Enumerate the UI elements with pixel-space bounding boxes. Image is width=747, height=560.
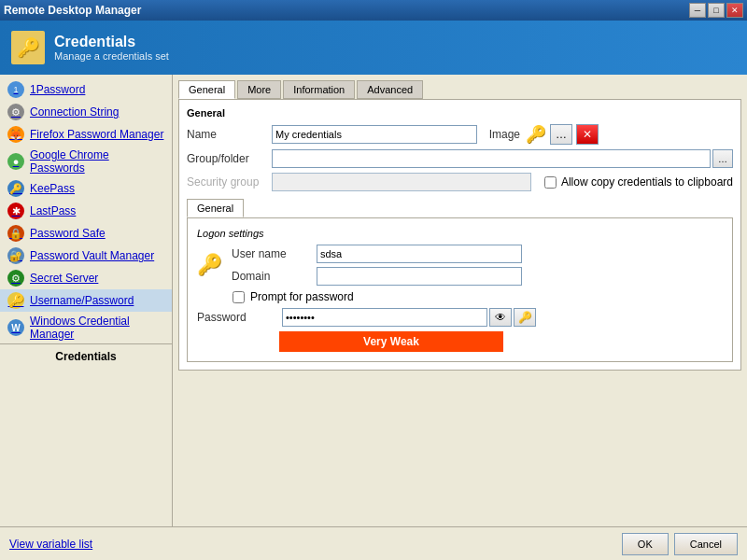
wincred-icon: W xyxy=(7,319,24,336)
header-subtitle: Manage a credentials set xyxy=(54,50,169,62)
password-input[interactable] xyxy=(282,308,487,327)
sidebar: 1 1Password ⚙ Connection String 🦊 Firefo… xyxy=(0,75,173,526)
bottom-bar: View variable list OK Cancel xyxy=(0,526,747,560)
pwdsafe-icon: 🔒 xyxy=(7,225,24,242)
sidebar-item-vaultmgr[interactable]: 🔐 Password Vault Manager xyxy=(0,245,172,267)
title-bar: Remote Desktop Manager ─ □ ✕ xyxy=(0,0,747,21)
connection-icon: ⚙ xyxy=(7,104,24,120)
header-text: Credentials Manage a credentials set xyxy=(54,34,169,62)
strength-label: Very Weak xyxy=(363,335,419,348)
content-area: General More Information Advanced Genera… xyxy=(173,75,747,526)
sidebar-item-wincred[interactable]: W Windows Credential Manager xyxy=(0,312,172,343)
name-label: Name xyxy=(187,128,266,141)
sidebar-item-label: Connection String xyxy=(30,105,119,119)
image-clear-button[interactable]: ✕ xyxy=(576,124,599,145)
vaultmgr-icon: 🔐 xyxy=(7,247,24,264)
title-bar-controls: ─ □ ✕ xyxy=(689,3,743,18)
header: 🔑 Credentials Manage a credentials set xyxy=(0,21,747,75)
username-row: 🔑 User name Domain xyxy=(197,245,723,286)
generate-password-button[interactable]: 🔑 xyxy=(514,308,536,327)
sidebar-item-1password[interactable]: 1 1Password xyxy=(0,78,172,101)
keepass-icon: 🔑 xyxy=(7,180,24,197)
header-title: Credentials xyxy=(54,34,169,50)
sidebar-item-label: Windows Credential Manager xyxy=(30,315,164,341)
sidebar-item-userpwd[interactable]: 🔑 Username/Password xyxy=(0,289,172,312)
allow-copy-row: Allow copy credentials to clipboard xyxy=(544,175,733,189)
key-image-icon: 🔑 xyxy=(526,124,546,145)
general-label: General xyxy=(187,107,733,119)
tab-information[interactable]: Information xyxy=(283,80,355,99)
sidebar-item-keepass[interactable]: 🔑 KeePass xyxy=(0,177,172,200)
tab-advanced[interactable]: Advanced xyxy=(357,80,423,99)
sidebar-item-label: Username/Password xyxy=(30,294,134,307)
logon-key-icon: 🔑 xyxy=(197,253,222,277)
username-input[interactable] xyxy=(317,245,522,263)
sidebar-item-label: KeePass xyxy=(30,182,75,195)
group-folder-browse-button[interactable]: … xyxy=(712,149,733,168)
image-section: 🔑 … ✕ xyxy=(526,124,599,145)
domain-label: Domain xyxy=(232,270,311,283)
sidebar-item-label: 1Password xyxy=(30,83,85,96)
username-field-row: User name xyxy=(232,245,723,263)
maximize-button[interactable]: □ xyxy=(708,3,725,18)
sidebar-footer: Credentials xyxy=(0,343,172,369)
prompt-password-label: Prompt for password xyxy=(250,290,354,303)
lastpass-icon: ✱ xyxy=(7,203,24,219)
sidebar-item-label: Password Vault Manager xyxy=(30,249,154,262)
sidebar-item-firefox[interactable]: 🦊 Firefox Password Manager xyxy=(0,123,172,146)
sidebar-item-connection-string[interactable]: ⚙ Connection String xyxy=(0,101,172,123)
inner-tab-bar: General xyxy=(187,199,733,217)
sidebar-item-label: Google Chrome Passwords xyxy=(30,148,164,175)
group-folder-row: Group/folder … xyxy=(187,149,733,168)
top-tab-bar: General More Information Advanced xyxy=(178,80,741,99)
security-group-label: Security group xyxy=(187,175,266,189)
sidebar-item-secret[interactable]: ⚙ Secret Server xyxy=(0,267,172,289)
domain-input[interactable] xyxy=(317,267,522,286)
ok-button[interactable]: OK xyxy=(622,533,669,555)
password-row: Password 👁 🔑 xyxy=(197,308,723,327)
security-group-dropdown[interactable] xyxy=(272,173,531,191)
image-browse-button[interactable]: … xyxy=(550,124,572,145)
prompt-password-checkbox[interactable] xyxy=(233,291,245,303)
tab-general[interactable]: General xyxy=(178,80,235,99)
secret-icon: ⚙ xyxy=(7,270,24,287)
sidebar-item-label: Firefox Password Manager xyxy=(30,128,163,141)
allow-copy-checkbox[interactable] xyxy=(544,176,557,189)
sidebar-item-label: LastPass xyxy=(30,204,76,217)
password-input-wrap: 👁 🔑 xyxy=(282,308,536,327)
1password-icon: 1 xyxy=(7,81,24,98)
view-variable-list-link[interactable]: View variable list xyxy=(9,538,92,551)
password-strength-bar: Very Weak xyxy=(279,331,503,352)
name-input[interactable] xyxy=(272,125,477,144)
show-password-button[interactable]: 👁 xyxy=(489,308,512,327)
sidebar-item-label: Password Safe xyxy=(30,227,106,240)
sidebar-item-lastpass[interactable]: ✱ LastPass xyxy=(0,200,172,222)
sidebar-footer-label: Credentials xyxy=(55,350,116,363)
firefox-icon: 🦊 xyxy=(7,126,24,143)
logon-settings-label: Logon settings xyxy=(197,228,723,239)
image-label: Image xyxy=(483,128,520,141)
general-panel: General Name Image 🔑 … ✕ Group/folder xyxy=(178,99,741,371)
close-button[interactable]: ✕ xyxy=(726,3,743,18)
group-folder-label: Group/folder xyxy=(187,152,266,165)
group-folder-dropdown[interactable] xyxy=(272,149,711,168)
chrome-icon: ● xyxy=(7,153,24,170)
password-label: Password xyxy=(197,311,276,324)
sidebar-item-label: Secret Server xyxy=(30,272,98,285)
cancel-button[interactable]: Cancel xyxy=(674,533,738,555)
inner-panel: Logon settings 🔑 User name Domain xyxy=(187,217,733,362)
prompt-password-row: Prompt for password xyxy=(233,290,723,303)
security-group-row: Security group Allow copy credentials to… xyxy=(187,173,733,191)
allow-copy-label: Allow copy credentials to clipboard xyxy=(561,175,733,189)
userpwd-icon: 🔑 xyxy=(7,292,24,309)
main-container: 1 1Password ⚙ Connection String 🦊 Firefo… xyxy=(0,75,747,526)
minimize-button[interactable]: ─ xyxy=(689,3,706,18)
name-row: Name Image 🔑 … ✕ xyxy=(187,124,733,145)
bottom-buttons: OK Cancel xyxy=(622,533,738,555)
sidebar-item-pwdsafe[interactable]: 🔒 Password Safe xyxy=(0,222,172,245)
username-label: User name xyxy=(232,247,311,260)
tab-more[interactable]: More xyxy=(237,80,281,99)
sidebar-item-chrome[interactable]: ● Google Chrome Passwords xyxy=(0,146,172,177)
inner-tab-general[interactable]: General xyxy=(187,199,244,217)
domain-field-row: Domain xyxy=(232,267,723,286)
